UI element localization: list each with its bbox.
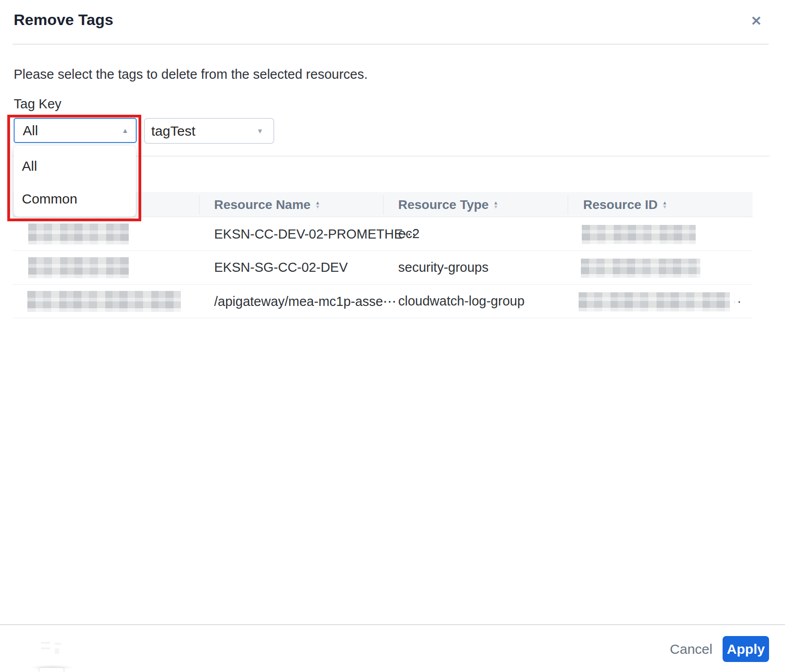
resource-type-cell: cloudwatch-log-group — [398, 285, 524, 318]
tag-name-value: tagTest — [151, 123, 195, 139]
redacted-tag-value — [24, 220, 133, 248]
redacted-resource-id — [577, 221, 700, 248]
column-divider — [383, 195, 384, 214]
tag-name-select[interactable]: tagTest ▼ — [144, 118, 274, 144]
caret-down-icon: ▼ — [257, 127, 263, 134]
resource-name-cell: EKSN-CC-DEV-02-PROMETHE⋯ — [214, 217, 416, 250]
redacted-resource-id — [576, 255, 705, 281]
column-divider — [568, 195, 568, 214]
tag-scope-select[interactable]: All ▲ — [14, 118, 137, 143]
column-header-resource-name[interactable]: Resource Name ▲ ▼ — [214, 192, 320, 217]
cutoff-element — [39, 667, 64, 672]
tag-key-label: Tag Key — [14, 97, 62, 112]
remove-tags-dialog: Remove Tags ✕ Please select the tags to … — [0, 0, 785, 672]
resource-type-cell: security-groups — [398, 251, 488, 284]
column-header-resource-id[interactable]: Resource ID ▲ ▼ — [583, 192, 667, 217]
apply-button[interactable]: Apply — [723, 636, 769, 662]
column-divider — [199, 195, 200, 214]
table-row: EKSN-SG-CC-02-DEV security-groups — [13, 251, 753, 285]
redacted-tag-value — [23, 287, 185, 316]
resource-type-header-label: Resource Type — [398, 198, 489, 212]
close-icon[interactable]: ✕ — [748, 13, 764, 29]
tag-scope-dropdown: All Common — [14, 146, 136, 217]
resource-name-cell: EKSN-SG-CC-02-DEV — [214, 251, 348, 284]
dropdown-option-common[interactable]: Common — [14, 183, 136, 215]
resource-id-header-label: Resource ID — [583, 198, 657, 212]
resource-name-header-label: Resource Name — [214, 198, 311, 212]
sort-icon: ▲ ▼ — [662, 201, 667, 209]
resource-type-cell: ec2 — [398, 217, 420, 250]
dropdown-option-all[interactable]: All — [14, 150, 136, 182]
column-header-resource-type[interactable]: Resource Type ▲ ▼ — [398, 192, 498, 217]
instruction-text: Please select the tags to delete from th… — [14, 67, 368, 82]
sort-icon: ▲ ▼ — [315, 201, 320, 209]
table-row: /apigateway/mea-mc1p-asse⋯ cloudwatch-lo… — [13, 285, 753, 318]
dialog-title: Remove Tags — [14, 11, 113, 29]
resource-name-cell: /apigateway/mea-mc1p-asse⋯ — [214, 285, 396, 318]
table-row: EKSN-CC-DEV-02-PROMETHE⋯ ec2 — [13, 217, 753, 251]
tag-scope-value: All — [23, 123, 38, 138]
sort-icon: ▲ ▼ — [493, 201, 498, 209]
title-divider — [13, 44, 769, 45]
redacted-tag-value — [24, 254, 133, 282]
cancel-button[interactable]: Cancel — [666, 636, 716, 662]
redacted-resource-id — [574, 289, 734, 315]
ghost-marks — [41, 642, 63, 655]
caret-up-icon: ▲ — [122, 127, 128, 134]
footer-divider — [0, 624, 785, 625]
